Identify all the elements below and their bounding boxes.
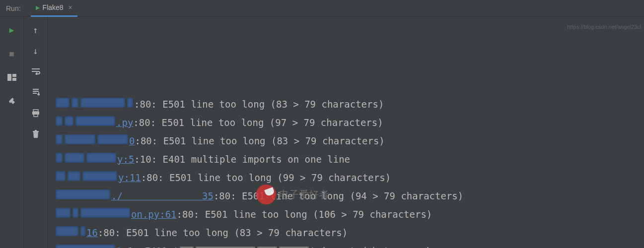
message-tail: ' imported but unused xyxy=(310,242,429,248)
svg-rect-2 xyxy=(12,78,16,81)
output-line: ./ 35:80: E501 line too long (94 > 79 ch… xyxy=(55,187,644,205)
location: :80: xyxy=(214,187,242,205)
file-link[interactable]: y:5 xyxy=(55,150,134,169)
svg-rect-0 xyxy=(7,74,11,81)
message: E501 line too long (83 > 79 characters) xyxy=(162,95,384,114)
message: E501 line too long (106 > 79 characters) xyxy=(205,205,432,224)
file-link[interactable]: .py xyxy=(55,114,133,132)
location: :1: xyxy=(122,242,144,248)
output-line: y:5:10: E401 multiple imports on one lin… xyxy=(55,150,644,169)
file-link[interactable] xyxy=(55,95,134,114)
scroll-to-end-button[interactable] xyxy=(30,86,42,98)
message: E401 multiple imports on one line xyxy=(163,150,351,169)
output-line: :80: E501 line too long (83 > 79 charact… xyxy=(55,95,644,114)
down-button[interactable]: ↓ xyxy=(30,45,42,57)
print-button[interactable] xyxy=(30,107,42,119)
run-label: Run: xyxy=(6,4,21,12)
file-link[interactable]: 16 xyxy=(55,224,98,242)
location: :10: xyxy=(134,150,162,169)
output-line: on.py:61:80: E501 line too long (106 > 7… xyxy=(55,205,644,224)
run-gutter-primary: ▶ ■ xyxy=(0,17,24,248)
run-panel-body: ▶ ■ ↑ ↓ https://blog.csdn.net/angel23cl … xyxy=(0,17,644,248)
svg-rect-7 xyxy=(35,130,37,131)
message: E501 line too long (83 > 79 characters) xyxy=(163,132,385,150)
soft-wrap-button[interactable] xyxy=(30,65,42,77)
svg-rect-6 xyxy=(33,131,39,132)
message: E501 line too long (99 > 79 characters) xyxy=(169,169,391,187)
output-line: 16:80: E501 line too long (83 > 79 chara… xyxy=(55,224,644,242)
location: :80: xyxy=(141,169,169,187)
run-panel-header: Run: ▶ Flake8 × xyxy=(0,0,644,17)
output-line: 0:80: E501 line too long (83 > 79 charac… xyxy=(55,132,644,150)
play-icon: ▶ xyxy=(36,4,40,11)
run-gutter-secondary: ↑ ↓ xyxy=(24,17,48,248)
svg-rect-3 xyxy=(33,110,38,112)
message: E501 line too long (97 > 79 characters) xyxy=(162,114,383,132)
close-icon[interactable]: × xyxy=(69,3,72,11)
rerun-button[interactable]: ▶ xyxy=(6,24,18,36)
file-link[interactable]: on.py:61 xyxy=(55,205,177,224)
pin-button[interactable] xyxy=(6,95,18,107)
run-tab-flake8[interactable]: ▶ Flake8 × xyxy=(31,0,77,17)
trash-button[interactable] xyxy=(30,128,42,140)
location: :80: xyxy=(135,132,163,150)
up-button[interactable]: ↑ xyxy=(30,24,42,36)
location: :80: xyxy=(133,114,161,132)
svg-rect-1 xyxy=(12,74,16,77)
svg-rect-4 xyxy=(32,112,39,115)
tab-title: Flake8 xyxy=(43,3,64,11)
output-line: .py:80: E501 line too long (97 > 79 char… xyxy=(55,114,644,132)
location: :80: xyxy=(134,95,162,114)
file-link[interactable]: 0 xyxy=(55,132,135,150)
location: :80: xyxy=(98,224,126,242)
message: F401 ' xyxy=(144,242,179,248)
console-output[interactable]: https://blog.csdn.net/angel23cl 电子爱好者 :8… xyxy=(48,17,644,248)
stop-button[interactable]: ■ xyxy=(6,48,18,60)
layout-button[interactable] xyxy=(6,71,18,83)
output-line: y:11:80: E501 line too long (99 > 79 cha… xyxy=(55,169,644,187)
file-link[interactable]: ./ 35 xyxy=(55,187,214,205)
file-link[interactable]: 1 xyxy=(55,242,122,248)
message: E501 line too long (94 > 79 characters) xyxy=(242,187,463,205)
location: :80: xyxy=(177,205,205,224)
output-line: 1:1: F401 '' imported but unused xyxy=(55,242,644,248)
file-link[interactable]: y:11 xyxy=(55,169,141,187)
message: E501 line too long (83 > 79 characters) xyxy=(126,224,348,242)
watermark-url: https://blog.csdn.net/angel23cl xyxy=(567,18,641,36)
